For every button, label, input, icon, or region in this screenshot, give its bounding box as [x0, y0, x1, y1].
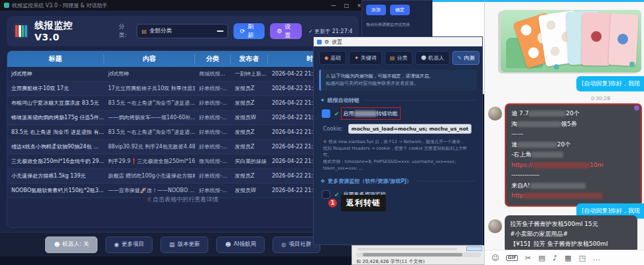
scrollbar-thumb[interactable] — [363, 253, 462, 256]
tab-keywords[interactable]: ✦关键词 — [349, 51, 382, 65]
redacted-text — [531, 152, 563, 158]
table-row[interactable]: 维达x线条小狗棉柔软抽90抽24包 ...88vip30.92元 到手24包无敌… — [7, 140, 358, 154]
message-line: 来自A! — [511, 181, 635, 191]
robot-toggle-icon: ☻ — [54, 241, 60, 248]
sender-avatar[interactable] — [488, 107, 502, 121]
table-cell: 好单线报-... — [195, 187, 231, 194]
tab-robot-icon: ☻ — [420, 55, 426, 61]
table-cell: 发报员W — [231, 187, 268, 194]
more-projects-button[interactable]: ◉更多项目 — [105, 237, 153, 253]
robot-toggle-button[interactable]: ☻机器人: 关 — [45, 237, 97, 253]
sticker-image[interactable] — [501, 10, 641, 72]
close-icon[interactable]: × — [357, 3, 361, 9]
message-line: 迪 7.720个 — [511, 109, 635, 119]
table-cell: 发报员W — [231, 114, 268, 121]
screenshot-scissors-icon[interactable]: ✂ — [525, 254, 531, 262]
table-cell: 好单线报-... — [195, 85, 231, 92]
tab-basic-icon: ◆ — [324, 55, 328, 61]
dropdown-caret-icon — [217, 30, 224, 32]
column-header: 内容 — [104, 54, 195, 64]
version-update-button[interactable]: ▤版本更新 — [161, 237, 208, 253]
table-row[interactable]: 三元极致全脂250ml*16盒纯牛奶 29....到手29.9❗三元极致全脂25… — [7, 154, 358, 169]
tab-beta[interactable]: ✎内测 — [452, 51, 480, 65]
category-dropdown[interactable]: ▤ 全部分类 — [137, 24, 227, 38]
tab-basic[interactable]: ◆基础 — [319, 51, 346, 65]
more-icon[interactable]: … — [593, 254, 600, 262]
category-value: 全部分类 — [149, 27, 172, 35]
table-row[interactable]: 83.5元 右上角进 淘金币 进足迹拍 有...83.5元 ~右上角进“淘金币”… — [7, 125, 358, 140]
deal-message[interactable]: 拉芳鱼子酱膏护发梳500ml 15元#小卖部の家居用品#【¥15】拉芳 鱼子酱膏… — [505, 215, 637, 253]
auto-reply-bubble: [自动回复]你好，我现 — [576, 76, 644, 91]
table-cell: 布根坷山宁夏冰糖大豆腐凉皮 83.5元 — [7, 99, 104, 107]
explorer-selection — [466, 246, 482, 251]
audio-icon[interactable]: ♪ — [552, 254, 557, 262]
category-label: 分类: — [119, 23, 131, 40]
link-icon: ✶ — [320, 97, 325, 103]
table-cell: 一刻钟上新... — [231, 70, 268, 78]
table-row[interactable]: 锋味派黑猪肉焗肉烤肠175g 任选5件...——焗肉烤肠发车——领140-60补… — [7, 111, 358, 125]
table-body: jd试用神jd试用神商城线报...一刻钟上新...2026-04-22 21:2… — [7, 67, 358, 198]
image-icon[interactable]: ▦ — [564, 254, 571, 262]
table-header-row: 标题内容分类发布者时间 — [7, 51, 358, 67]
table-row[interactable]: 布根坷山宁夏冰糖大豆腐凉皮 83.5元83.5元 ~右上角进“淘金币”进足迹..… — [7, 96, 358, 111]
horizontal-scrollbar[interactable] — [356, 252, 481, 257]
table-cell: 发报员Z — [231, 143, 268, 150]
status-bar-text: 和 20,428,426 字节(11 个文件) — [356, 258, 424, 265]
table-cell: 17元立而爽船袜子共10双 秋季佳质后石... — [104, 85, 195, 92]
table-cell: 好单线报-... — [195, 129, 231, 136]
gif-icon[interactable]: GIF — [506, 255, 517, 261]
table-cell: 到手29.9❗三元极致全脂250ml*16... — [104, 158, 195, 165]
emoji-icon[interactable]: ☺ — [491, 254, 499, 262]
deal-message-annotated[interactable]: 迪 7.720个淘领5券——速20个-右上角https://10m-------… — [505, 103, 642, 207]
convert-toggle-label: 启用转链功能 — [344, 110, 398, 117]
refresh-button[interactable]: ⟳ 刷新 — [233, 23, 265, 39]
annotation-badge: 1 — [328, 199, 337, 207]
screen-capture-icon[interactable]: ◳ — [579, 254, 586, 262]
column-header: 标题 — [7, 54, 104, 64]
main-window: 线报监控系统 V3.0 - 阿狸屋 & 对话助手 — □ × 线报监控 V3.0… — [0, 0, 365, 256]
message-line: 【¥15】拉芳 鱼子酱膏护发梳500ml — [510, 239, 632, 249]
minimize-icon[interactable]: — — [331, 3, 336, 9]
message-line: 拉芳鱼子酱膏护发梳500ml 15元 — [510, 219, 632, 229]
table-cell: 小壳速保处方猫粮1.5kg 139元 — [7, 172, 104, 180]
table-cell: 83.5元 ~右上角进“淘金币”进足迹... — [104, 99, 195, 107]
table-row[interactable]: 小壳速保处方猫粮1.5kg 139元旗舰店 赠试吃100g小壳速保处方猫粮...… — [7, 169, 358, 184]
message-line: -右上角 — [511, 150, 635, 160]
ai-navigator-icon: ☻ — [225, 241, 231, 248]
page-title: 线报监控 V3.0 — [34, 20, 96, 42]
file-folder-icon[interactable]: ▤ — [539, 254, 545, 262]
explorer-content — [357, 248, 457, 250]
tab-robot[interactable]: ☻机器人 — [415, 51, 449, 65]
dialog-gear-icon: ⚙ — [324, 39, 329, 45]
table-cell: 发报员Z — [231, 172, 268, 180]
beta-warning: ⚠ 以下功能为内测功能，可能不稳定，请谨慎开启。 如遇问题可关闭对应功能并联系开… — [319, 70, 477, 91]
background-window-button[interactable]: 添加 — [366, 5, 386, 15]
maximize-icon[interactable]: □ — [344, 3, 350, 9]
column-header: 发布者 — [231, 54, 268, 64]
deals-table: 标题内容分类发布者时间 jd试用神jd试用神商城线报...一刻钟上新...202… — [7, 50, 359, 228]
ai-navigator-button[interactable]: ☻AI领航局 — [216, 237, 265, 253]
message-line: ------------- — [511, 170, 635, 181]
table-cell: ——焗肉烤肠发车——领140-60补... — [104, 114, 195, 121]
table-row[interactable]: 立而爽船袜子10双 17元17元立而爽船袜子共10双 秋季佳质后石...好单线报… — [7, 81, 358, 96]
table-cell: 83.5元 ~右上角进“淘金币”进足迹... — [104, 129, 195, 136]
settings-button[interactable]: ⚙ 设置 — [270, 23, 302, 39]
tab-category[interactable]: ▤分类 — [385, 51, 413, 65]
cookie-label: Cookie: — [323, 126, 343, 132]
reaction-icon — [634, 105, 639, 111]
table-cell: 发报员Z — [231, 129, 268, 136]
table-cell: jd试用神 — [7, 70, 104, 78]
cookie-input[interactable] — [348, 124, 472, 134]
window-title: 线报监控系统 V3.0 - 阿狸屋 & 对话助手 — [12, 2, 107, 9]
footer-toolbar: ☻机器人: 关◉更多项目▤版本更新☻AI领航局◎项目社群 — [0, 232, 365, 256]
table-cell: 发报员Z — [231, 85, 268, 92]
lightbulb-icon: ☼ — [323, 139, 327, 144]
clipboard-icon: ▤ — [141, 28, 147, 34]
convert-checkbox[interactable] — [322, 109, 330, 118]
sender-avatar[interactable] — [488, 219, 502, 233]
background-window-button[interactable]: 确定 — [390, 5, 410, 15]
settings-dialog: ⚙ 设置 ◆基础✦关键词▤分类☻机器人✎内测 ⚠ 以下功能为内测功能，可能不稳定… — [313, 36, 483, 245]
table-cell: 83.5元 右上角进 淘金币 进足迹拍 有... — [7, 129, 104, 136]
table-row[interactable]: jd试用神jd试用神商城线报...一刻钟上新...2026-04-22 21:2 — [7, 67, 358, 81]
gear-icon: ⚙ — [277, 28, 282, 34]
